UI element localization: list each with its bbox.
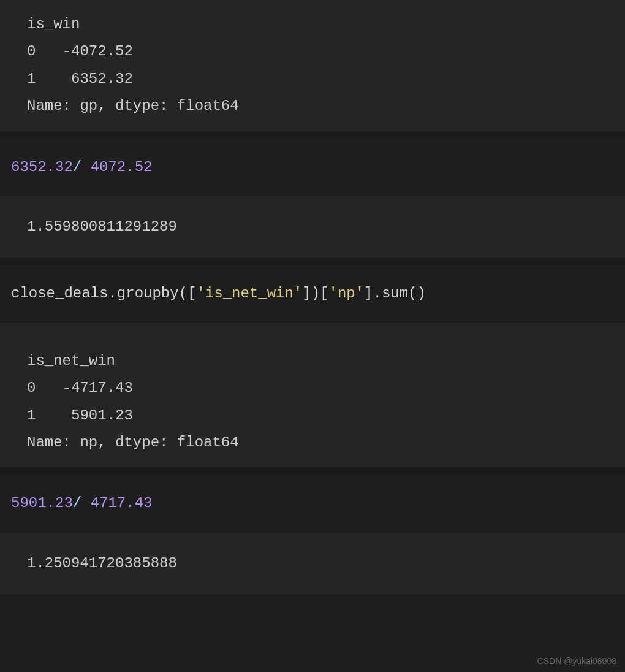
cell-divider bbox=[0, 258, 625, 265]
output-text: 1.250941720385888 bbox=[27, 550, 614, 577]
code-line: 5901.23/ 4717.43 bbox=[11, 492, 614, 515]
output-cell-1: is_win 0 -4072.52 1 6352.32 Name: gp, dt… bbox=[0, 0, 625, 131]
output-text: is_win 0 -4072.52 1 6352.32 Name: gp, dt… bbox=[27, 11, 614, 120]
output-text: 1.559800811291289 bbox=[27, 213, 614, 240]
cell-divider bbox=[0, 467, 625, 475]
output-text: is_net_win 0 -4717.43 1 5901.23 Name: np… bbox=[27, 348, 614, 457]
watermark: CSDN @yukai08008 bbox=[537, 656, 616, 666]
cell-divider bbox=[0, 131, 625, 139]
output-cell-2: 1.559800811291289 bbox=[0, 196, 625, 258]
output-cell-4: 1.250941720385888 bbox=[0, 533, 625, 594]
input-cell-3[interactable]: close_deals.groupby(['is_net_win'])['np'… bbox=[0, 265, 625, 323]
output-cell-3: is_net_win 0 -4717.43 1 5901.23 Name: np… bbox=[0, 323, 625, 468]
code-line: 6352.32/ 4072.52 bbox=[11, 156, 614, 179]
input-cell-4[interactable]: 5901.23/ 4717.43 bbox=[0, 475, 625, 532]
code-line: close_deals.groupby(['is_net_win'])['np'… bbox=[11, 282, 614, 305]
input-cell-2[interactable]: 6352.32/ 4072.52 bbox=[0, 139, 625, 196]
